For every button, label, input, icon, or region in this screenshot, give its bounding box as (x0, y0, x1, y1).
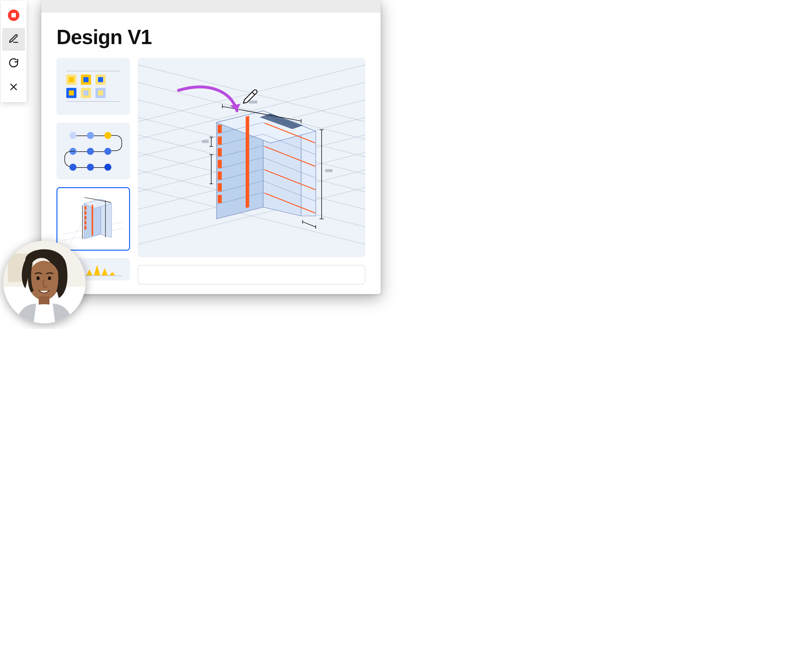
svg-rect-53 (217, 125, 222, 133)
thumb-building-3d[interactable] (56, 187, 130, 251)
presenter-avatar (3, 241, 86, 323)
svg-rect-55 (217, 148, 222, 157)
svg-rect-58 (217, 183, 222, 192)
svg-rect-59 (217, 195, 222, 203)
design-canvas[interactable] (138, 58, 365, 257)
close-button[interactable] (2, 76, 25, 99)
svg-rect-12 (85, 226, 87, 229)
caption-input[interactable] (138, 265, 365, 285)
annotation-arrow (178, 87, 241, 111)
svg-rect-56 (217, 160, 222, 168)
svg-rect-54 (217, 136, 222, 145)
record-stop-icon (8, 9, 19, 21)
redo-icon (8, 58, 19, 69)
svg-rect-11 (85, 221, 87, 225)
avatar-icon (3, 241, 86, 323)
record-stop-button[interactable] (2, 4, 25, 27)
building-thumb-icon (61, 191, 125, 247)
svg-rect-82 (325, 169, 333, 172)
svg-rect-10 (85, 216, 87, 219)
svg-rect-81 (249, 100, 258, 103)
svg-marker-35 (301, 125, 316, 216)
svg-marker-60 (246, 116, 249, 208)
redo-button[interactable] (2, 52, 25, 75)
svg-rect-9 (85, 211, 87, 215)
svg-rect-13 (92, 205, 93, 235)
window-titlebar (41, 0, 381, 13)
thumb-flow-nodes[interactable] (56, 122, 130, 180)
svg-rect-8 (85, 206, 87, 210)
page-title: Design V1 (56, 25, 365, 49)
pencil-icon (8, 33, 19, 45)
design-window: Design V1 (41, 0, 381, 294)
edit-button[interactable] (2, 28, 25, 51)
close-icon (9, 82, 19, 93)
vertical-toolbar (1, 1, 27, 102)
svg-point-90 (48, 276, 51, 280)
building-3d-illustration (138, 58, 365, 257)
svg-point-89 (36, 276, 40, 280)
svg-rect-57 (217, 172, 222, 180)
thumb-color-swatches[interactable] (56, 58, 130, 115)
svg-rect-80 (202, 140, 209, 143)
svg-line-71 (303, 222, 316, 227)
